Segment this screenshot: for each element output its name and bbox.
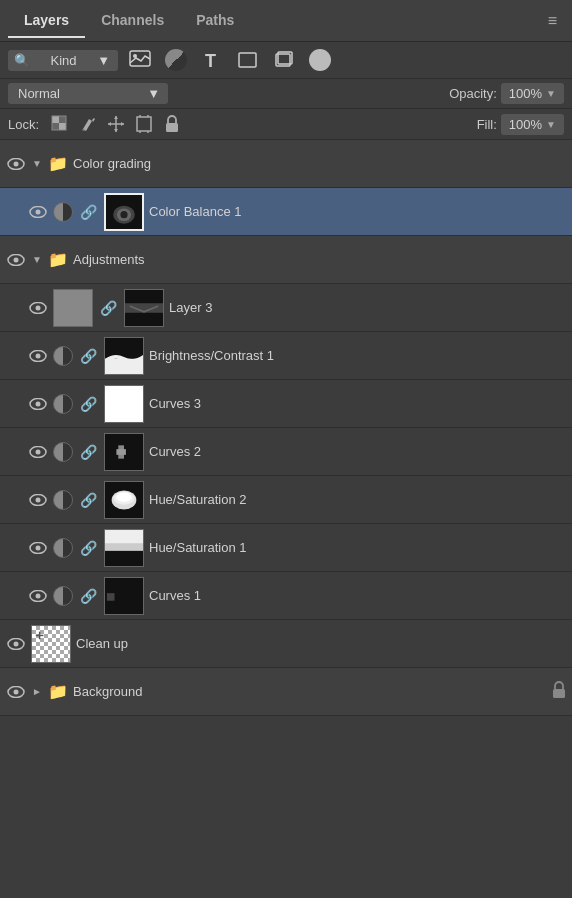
layer-row[interactable]: ▼ 📁 Adjustments [0,236,572,284]
group-folder-icon: 📁 [48,250,68,269]
blend-mode-label: Normal [18,86,60,101]
layer-row[interactable]: ▼ 📁 Color grading [0,140,572,188]
layer-name: Adjustments [73,252,566,267]
panel-menu-icon[interactable]: ≡ [542,8,564,34]
svg-rect-3 [239,53,256,67]
link-icon: 🔗 [80,492,97,508]
tab-layers[interactable]: Layers [8,4,85,38]
tab-bar: Layers Channels Paths ≡ [0,0,572,42]
visibility-icon[interactable] [28,586,48,606]
lock-artboard-icon[interactable] [133,113,155,135]
lock-pixels-icon[interactable] [77,113,99,135]
expand-arrow[interactable]: ▼ [31,254,43,265]
visibility-icon[interactable] [6,154,26,174]
layer-row[interactable]: 🔗 Curves 1 [0,572,572,620]
filter-adjustment-icon[interactable] [162,48,190,72]
adjustment-icon [53,202,73,222]
layer-row[interactable]: 🔗 Layer 3 [0,284,572,332]
svg-rect-9 [52,123,59,130]
svg-rect-18 [137,117,151,131]
visibility-icon[interactable] [28,298,48,318]
svg-point-1 [133,54,137,58]
lock-fill-toolbar: Lock: [0,109,572,140]
svg-point-57 [36,545,41,550]
visibility-icon[interactable] [28,442,48,462]
visibility-icon[interactable] [6,250,26,270]
layer-row[interactable]: 🔗 Color Balance 1 [0,188,572,236]
filter-text-icon[interactable]: T [198,48,226,72]
opacity-value-text: 100% [509,86,542,101]
lock-all-icon[interactable] [161,113,183,135]
blend-chevron: ▼ [147,86,160,101]
visibility-icon[interactable] [28,346,48,366]
layer-row[interactable]: Clean up [0,620,572,668]
visibility-icon[interactable] [28,202,48,222]
svg-point-46 [36,449,41,454]
layer-thumbnail [104,385,144,423]
svg-rect-67 [32,625,70,661]
filter-shape-icon[interactable] [234,48,262,72]
layer-thumbnail [53,289,93,327]
svg-rect-7 [52,116,59,123]
layer-name: Curves 3 [149,396,566,411]
svg-point-33 [14,257,19,262]
layer-thumbnail [31,625,71,663]
fill-chevron: ▼ [546,119,556,130]
layer-row[interactable]: 🔗 Hue/Saturation 2 [0,476,572,524]
tab-paths[interactable]: Paths [180,4,250,38]
svg-point-51 [36,497,41,502]
layer-row[interactable]: ► 📁 Background [0,668,572,716]
fill-input[interactable]: 100% ▼ [501,114,564,135]
filter-toolbar: 🔍 Kind ▼ T [0,42,572,79]
svg-rect-23 [166,123,178,132]
filter-pixel-icon[interactable] [126,48,154,72]
layer-row[interactable]: 🔗 Brightness/Contrast 1 [0,332,572,380]
opacity-chevron: ▼ [546,88,556,99]
fill-label: Fill: [477,117,497,132]
lock-position-icon[interactable] [105,113,127,135]
layer-thumbnail [104,193,144,231]
blend-mode-dropdown[interactable]: Normal ▼ [8,83,168,104]
svg-rect-8 [59,116,66,123]
link-icon: 🔗 [80,348,97,364]
filter-smartobj-icon[interactable] [270,48,298,72]
layer-row[interactable]: 🔗 Hue/Saturation 1 [0,524,572,572]
svg-rect-72 [553,689,565,698]
link-icon: 🔗 [80,540,97,556]
adjustment-icon [53,586,73,606]
link-icon: 🔗 [80,588,97,604]
opacity-label: Opacity: [449,86,497,101]
layer-row[interactable]: 🔗 Curves 3 [0,380,572,428]
svg-point-55 [116,492,131,502]
layer-name: Clean up [76,636,566,651]
svg-text:T: T [205,51,216,70]
lock-transparent-icon[interactable] [49,113,71,135]
kind-dropdown[interactable]: 🔍 Kind ▼ [8,50,118,71]
svg-marker-14 [114,116,118,119]
layer-name: Background [73,684,547,699]
kind-label: Kind [51,53,77,68]
adjustment-icon [53,394,73,414]
layer-thumbnail [104,337,144,375]
layer-mask-thumbnail [124,289,164,327]
svg-point-27 [36,209,41,214]
svg-point-62 [36,593,41,598]
svg-rect-10 [59,123,66,130]
visibility-icon[interactable] [28,490,48,510]
visibility-icon[interactable] [6,634,26,654]
svg-line-4 [239,53,256,67]
layer-row[interactable]: 🔗 Curves 2 [0,428,572,476]
opacity-input[interactable]: 100% ▼ [501,83,564,104]
tab-channels[interactable]: Channels [85,4,180,38]
visibility-icon[interactable] [6,682,26,702]
expand-arrow[interactable]: ► [31,686,43,697]
expand-arrow[interactable]: ▼ [31,158,43,169]
adjustment-icon [53,490,73,510]
visibility-icon[interactable] [28,538,48,558]
filter-circle-icon[interactable] [306,48,334,72]
tab-group: Layers Channels Paths [8,4,250,38]
svg-marker-16 [108,122,111,126]
visibility-icon[interactable] [28,394,48,414]
layer-name: Curves 1 [149,588,566,603]
lock-icons-group [49,113,183,135]
